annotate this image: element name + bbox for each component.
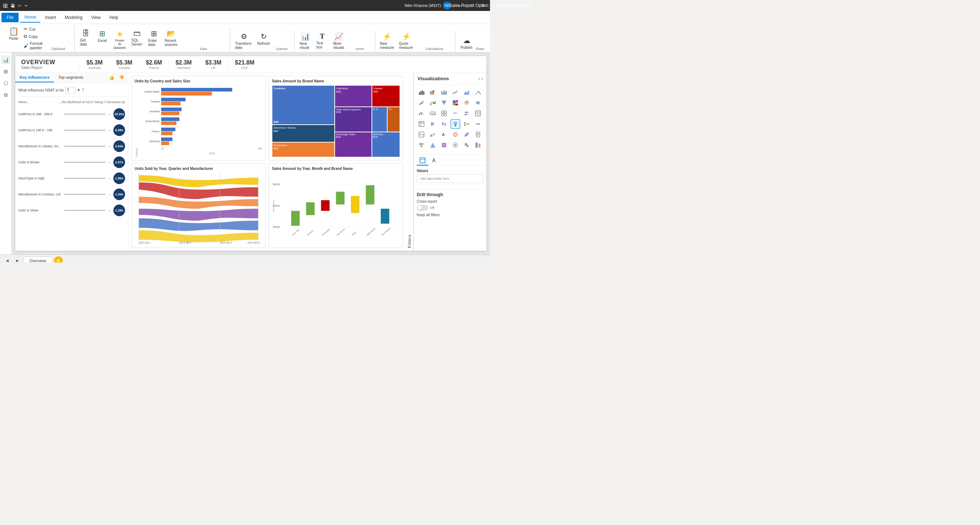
vis-icon-treemap[interactable]	[450, 98, 460, 108]
vis-icon-key-influencers[interactable]	[450, 119, 460, 129]
vis-icon-gauge[interactable]	[417, 109, 426, 118]
keep-filters-label: Keep all filters	[417, 213, 484, 217]
save-icon[interactable]: 💾	[11, 4, 15, 8]
vis-icon-filled-map[interactable]	[473, 98, 483, 108]
vis-icon-scatter[interactable]	[417, 98, 426, 108]
sales-brand-year-chart[interactable]: Sales Amount by Year, Month and Brand Na…	[269, 163, 403, 248]
modeling-menu[interactable]: Modeling	[60, 13, 87, 22]
vis-icon-python[interactable]: Py	[439, 119, 449, 129]
vis-icon-custom4[interactable]	[417, 140, 426, 150]
title-bar-left: ⊞ 💾 ↩ ↪	[3, 2, 27, 9]
svg-text:A: A	[442, 132, 445, 137]
data-view-icon[interactable]: ⊞	[2, 67, 10, 76]
queries-label: Queries	[272, 46, 291, 51]
treemap-th: Th...	[387, 107, 400, 132]
vis-icon-slicer[interactable]	[462, 109, 471, 118]
enter-data-button[interactable]: ⊞ Enter data	[146, 28, 162, 48]
vis-icon-funnel[interactable]	[439, 98, 449, 108]
more-visuals-button[interactable]: 📈 More visuals	[331, 31, 347, 51]
redo-icon[interactable]: ↪	[24, 4, 27, 8]
top-segments-tab[interactable]: Top segments	[54, 73, 88, 83]
vis-icon-bar[interactable]	[417, 88, 426, 97]
vis-icon-line[interactable]	[450, 88, 460, 97]
vis-icon-waterfall[interactable]	[428, 98, 438, 108]
sql-server-button[interactable]: 🗃 SQL Server	[129, 28, 145, 48]
nsat-value-input[interactable]	[65, 87, 75, 93]
vis-icon-stacked-bar[interactable]	[428, 88, 438, 97]
publish-button[interactable]: ☁ Publish	[458, 35, 475, 51]
new-visual-button[interactable]: 📊 New visual	[298, 31, 313, 51]
vis-icon-custom1[interactable]	[450, 130, 460, 139]
vis-icon-clustered[interactable]	[439, 88, 449, 97]
copy-button[interactable]: ⧉ Copy	[22, 33, 44, 40]
help-icon[interactable]: ?	[82, 88, 84, 92]
format-tab[interactable]	[428, 156, 440, 165]
badge-4: 2.57x	[113, 156, 125, 168]
power-bi-datasets-button[interactable]: ◈ Power BI datasets	[111, 28, 128, 51]
insert-menu[interactable]: Insert	[40, 13, 60, 22]
values-tab[interactable]	[417, 156, 428, 165]
page-prev-nav[interactable]: ◄	[3, 258, 12, 263]
sales-brand-chart[interactable]: Sales Amount by Brand Name Contoso$9M Fa…	[269, 76, 403, 161]
recent-sources-button[interactable]: 📂 Recent sources	[162, 28, 180, 48]
units-sold-chart[interactable]: Units Sold by Year, Quarter and Manufact…	[131, 163, 266, 248]
refresh-button[interactable]: ↻ Refresh	[256, 31, 272, 47]
svg-point-46	[421, 102, 422, 103]
vis-icon-table[interactable]	[473, 109, 483, 118]
key-influencers-tab[interactable]: Key influencers	[15, 73, 54, 83]
file-menu[interactable]: File	[2, 13, 19, 22]
vis-icon-card[interactable]: 123	[428, 109, 438, 118]
ribbon: 📋 Paste ✂ Cut ⧉ Copy 🖌 Format painter Cl…	[0, 24, 490, 52]
model-view-icon[interactable]: ⬡	[2, 79, 10, 88]
vis-icon-r[interactable]: R	[428, 119, 438, 129]
dag-view-icon[interactable]: ⧉	[2, 91, 10, 99]
vis-icon-area[interactable]	[462, 88, 471, 97]
vis-icon-map[interactable]	[462, 98, 471, 108]
vis-icon-image[interactable]	[417, 130, 426, 139]
vis-icon-custom2[interactable]	[462, 130, 471, 139]
add-page-button[interactable]: +	[54, 256, 63, 263]
thumbs-up-icon[interactable]: 👍	[108, 75, 116, 81]
vis-icon-shapes[interactable]	[428, 130, 438, 139]
view-menu[interactable]: View	[87, 13, 105, 22]
overview-page-tab[interactable]: Overview	[23, 257, 52, 263]
vis-icon-custom7[interactable]	[450, 140, 460, 150]
vis-icon-kpi[interactable]: KPI	[450, 109, 460, 118]
vis-icon-text[interactable]: A	[439, 130, 449, 139]
transform-data-button[interactable]: ⚙ Transform data	[233, 31, 255, 51]
excel-button[interactable]: ⊞ Excel	[94, 28, 110, 44]
fields-dropzone[interactable]: Add data fields here	[417, 174, 484, 183]
svg-rect-17	[336, 192, 345, 205]
units-country-chart[interactable]: Units by Country and Sales Size Country …	[131, 76, 266, 161]
format-painter-button[interactable]: 🖌 Format painter	[22, 40, 44, 51]
vis-icon-custom6[interactable]	[439, 140, 449, 150]
vis-icon-custom3[interactable]	[473, 130, 483, 139]
report-view-icon[interactable]: 📊	[2, 56, 10, 64]
share-group: ☁ Publish Share	[455, 35, 487, 52]
units-sold-body: 2014 Qtr 1 2014 Qtr 2 2014 Qtr 3 2014 Qt…	[135, 173, 262, 245]
vis-icon-custom8[interactable]	[462, 140, 471, 150]
cut-icon: ✂	[24, 26, 28, 32]
vis-prev-arrow[interactable]: ‹	[478, 76, 480, 81]
vis-icon-multi-card[interactable]	[439, 109, 449, 118]
vis-icon-custom5[interactable]	[428, 140, 438, 150]
cut-button[interactable]: ✂ Cut	[22, 25, 44, 32]
thumbs-down-icon[interactable]: 👎	[118, 75, 126, 81]
help-menu[interactable]: Help	[105, 13, 123, 22]
paste-button[interactable]: 📋 Paste	[6, 25, 22, 41]
home-menu[interactable]: Home	[20, 13, 40, 22]
page-next-nav[interactable]: ►	[13, 258, 22, 263]
get-data-button[interactable]: 🗄 Get data	[78, 28, 94, 48]
undo-icon[interactable]: ↩	[18, 4, 21, 8]
chevron-icon[interactable]: ▼	[77, 88, 81, 92]
vis-icon-matrix[interactable]	[417, 119, 426, 129]
vis-next-arrow[interactable]: ›	[481, 76, 483, 81]
text-box-button[interactable]: 𝐓 Text box	[314, 31, 330, 50]
vis-icon-more[interactable]	[473, 119, 483, 129]
vis-icon-decomp-tree[interactable]	[462, 119, 471, 129]
toggle-track[interactable]	[417, 205, 428, 211]
quick-measure-button[interactable]: ⚡ Quick measure	[397, 31, 416, 51]
vis-icon-custom9[interactable]	[473, 140, 483, 150]
vis-icon-ribbon[interactable]	[473, 88, 483, 97]
new-measure-button[interactable]: ⚡ New measure	[378, 31, 396, 51]
